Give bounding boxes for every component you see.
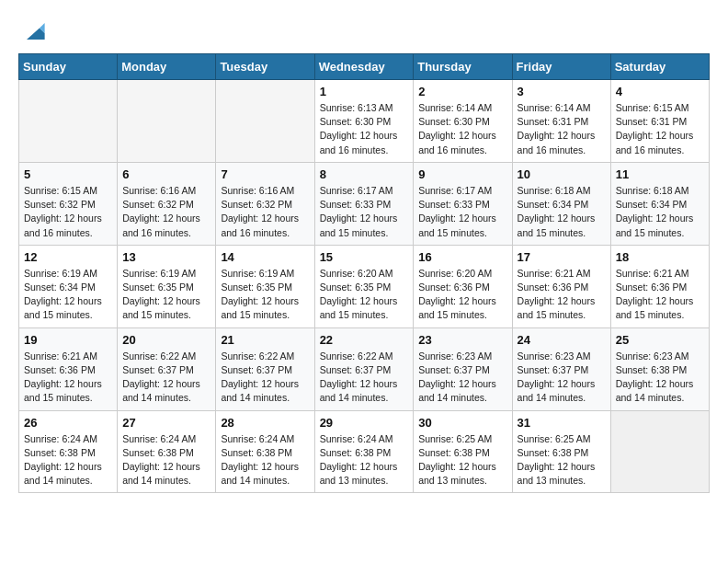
day-info: Sunrise: 6:16 AMSunset: 6:32 PMDaylight:… xyxy=(122,184,210,240)
day-info: Sunrise: 6:13 AMSunset: 6:30 PMDaylight:… xyxy=(320,101,409,157)
day-info: Sunrise: 6:14 AMSunset: 6:31 PMDaylight:… xyxy=(518,101,606,157)
calendar-day-header: Friday xyxy=(512,54,610,80)
day-info: Sunrise: 6:23 AMSunset: 6:38 PMDaylight:… xyxy=(616,350,704,406)
calendar-cell: 2Sunrise: 6:14 AMSunset: 6:30 PMDaylight… xyxy=(414,80,512,163)
day-number: 18 xyxy=(616,250,704,264)
day-number: 30 xyxy=(418,416,506,430)
day-number: 4 xyxy=(616,85,704,98)
day-info: Sunrise: 6:18 AMSunset: 6:34 PMDaylight:… xyxy=(616,184,704,240)
day-number: 28 xyxy=(221,416,309,430)
calendar-cell: 30Sunrise: 6:25 AMSunset: 6:38 PMDayligh… xyxy=(414,410,512,493)
day-info: Sunrise: 6:16 AMSunset: 6:32 PMDaylight:… xyxy=(221,184,309,240)
day-number: 13 xyxy=(122,250,210,264)
day-number: 31 xyxy=(518,416,606,430)
calendar-cell xyxy=(216,80,314,163)
day-info: Sunrise: 6:20 AMSunset: 6:35 PMDaylight:… xyxy=(320,267,409,323)
calendar-cell: 29Sunrise: 6:24 AMSunset: 6:38 PMDayligh… xyxy=(314,410,414,493)
day-number: 5 xyxy=(24,167,112,181)
calendar-cell: 1Sunrise: 6:13 AMSunset: 6:30 PMDaylight… xyxy=(314,80,414,163)
calendar-cell: 28Sunrise: 6:24 AMSunset: 6:38 PMDayligh… xyxy=(216,410,314,493)
day-number: 27 xyxy=(122,416,210,430)
calendar-cell: 14Sunrise: 6:19 AMSunset: 6:35 PMDayligh… xyxy=(216,245,314,327)
day-number: 25 xyxy=(616,333,704,347)
day-info: Sunrise: 6:18 AMSunset: 6:34 PMDaylight:… xyxy=(518,184,606,240)
day-info: Sunrise: 6:17 AMSunset: 6:33 PMDaylight:… xyxy=(418,184,506,240)
calendar-cell: 21Sunrise: 6:22 AMSunset: 6:37 PMDayligh… xyxy=(216,327,314,410)
day-number: 17 xyxy=(518,250,606,264)
day-number: 2 xyxy=(418,85,506,98)
day-number: 21 xyxy=(221,333,309,347)
calendar-cell: 24Sunrise: 6:23 AMSunset: 6:37 PMDayligh… xyxy=(512,327,610,410)
calendar-cell: 18Sunrise: 6:21 AMSunset: 6:36 PMDayligh… xyxy=(610,245,709,327)
calendar-week-row: 5Sunrise: 6:15 AMSunset: 6:32 PMDaylight… xyxy=(19,162,710,245)
day-info: Sunrise: 6:19 AMSunset: 6:35 PMDaylight:… xyxy=(221,267,309,323)
calendar-header-row: SundayMondayTuesdayWednesdayThursdayFrid… xyxy=(19,54,710,80)
calendar-cell: 31Sunrise: 6:25 AMSunset: 6:38 PMDayligh… xyxy=(512,410,610,493)
day-number: 1 xyxy=(320,85,409,98)
logo xyxy=(18,18,46,44)
day-info: Sunrise: 6:19 AMSunset: 6:34 PMDaylight:… xyxy=(24,267,112,323)
calendar-cell: 8Sunrise: 6:17 AMSunset: 6:33 PMDaylight… xyxy=(314,162,414,245)
day-info: Sunrise: 6:22 AMSunset: 6:37 PMDaylight:… xyxy=(320,350,409,406)
day-info: Sunrise: 6:14 AMSunset: 6:30 PMDaylight:… xyxy=(418,101,506,157)
calendar-cell: 17Sunrise: 6:21 AMSunset: 6:36 PMDayligh… xyxy=(512,245,610,327)
logo-icon xyxy=(20,18,46,44)
page-header xyxy=(18,18,710,44)
day-info: Sunrise: 6:24 AMSunset: 6:38 PMDaylight:… xyxy=(221,432,309,488)
day-number: 24 xyxy=(518,333,606,347)
day-number: 14 xyxy=(221,250,309,264)
day-number: 7 xyxy=(221,167,309,181)
calendar-cell: 25Sunrise: 6:23 AMSunset: 6:38 PMDayligh… xyxy=(610,327,709,410)
day-number: 20 xyxy=(122,333,210,347)
day-info: Sunrise: 6:15 AMSunset: 6:32 PMDaylight:… xyxy=(24,184,112,240)
calendar-day-header: Saturday xyxy=(610,54,709,80)
day-info: Sunrise: 6:24 AMSunset: 6:38 PMDaylight:… xyxy=(320,432,409,488)
calendar-cell: 7Sunrise: 6:16 AMSunset: 6:32 PMDaylight… xyxy=(216,162,314,245)
calendar-week-row: 19Sunrise: 6:21 AMSunset: 6:36 PMDayligh… xyxy=(19,327,710,410)
calendar-day-header: Monday xyxy=(118,54,216,80)
day-number: 3 xyxy=(518,85,606,98)
calendar-cell: 20Sunrise: 6:22 AMSunset: 6:37 PMDayligh… xyxy=(118,327,216,410)
day-number: 11 xyxy=(616,167,704,181)
day-info: Sunrise: 6:24 AMSunset: 6:38 PMDaylight:… xyxy=(24,432,112,488)
day-info: Sunrise: 6:22 AMSunset: 6:37 PMDaylight:… xyxy=(122,350,210,406)
calendar-cell: 4Sunrise: 6:15 AMSunset: 6:31 PMDaylight… xyxy=(610,80,709,163)
day-info: Sunrise: 6:17 AMSunset: 6:33 PMDaylight:… xyxy=(320,184,409,240)
day-number: 29 xyxy=(320,416,409,430)
calendar-cell xyxy=(118,80,216,163)
day-info: Sunrise: 6:20 AMSunset: 6:36 PMDaylight:… xyxy=(418,267,506,323)
day-info: Sunrise: 6:23 AMSunset: 6:37 PMDaylight:… xyxy=(418,350,506,406)
calendar-table: SundayMondayTuesdayWednesdayThursdayFrid… xyxy=(18,53,710,493)
day-info: Sunrise: 6:15 AMSunset: 6:31 PMDaylight:… xyxy=(616,101,704,157)
calendar-week-row: 1Sunrise: 6:13 AMSunset: 6:30 PMDaylight… xyxy=(19,80,710,163)
calendar-cell: 19Sunrise: 6:21 AMSunset: 6:36 PMDayligh… xyxy=(19,327,118,410)
calendar-cell: 15Sunrise: 6:20 AMSunset: 6:35 PMDayligh… xyxy=(314,245,414,327)
calendar-day-header: Thursday xyxy=(414,54,512,80)
calendar-cell: 27Sunrise: 6:24 AMSunset: 6:38 PMDayligh… xyxy=(118,410,216,493)
calendar-cell: 23Sunrise: 6:23 AMSunset: 6:37 PMDayligh… xyxy=(414,327,512,410)
day-number: 19 xyxy=(24,333,112,347)
day-number: 12 xyxy=(24,250,112,264)
calendar-cell: 12Sunrise: 6:19 AMSunset: 6:34 PMDayligh… xyxy=(19,245,118,327)
day-info: Sunrise: 6:25 AMSunset: 6:38 PMDaylight:… xyxy=(418,432,506,488)
calendar-cell: 16Sunrise: 6:20 AMSunset: 6:36 PMDayligh… xyxy=(414,245,512,327)
calendar-cell: 13Sunrise: 6:19 AMSunset: 6:35 PMDayligh… xyxy=(118,245,216,327)
calendar-cell: 3Sunrise: 6:14 AMSunset: 6:31 PMDaylight… xyxy=(512,80,610,163)
calendar-cell: 11Sunrise: 6:18 AMSunset: 6:34 PMDayligh… xyxy=(610,162,709,245)
day-number: 22 xyxy=(320,333,409,347)
calendar-cell: 6Sunrise: 6:16 AMSunset: 6:32 PMDaylight… xyxy=(118,162,216,245)
day-info: Sunrise: 6:24 AMSunset: 6:38 PMDaylight:… xyxy=(122,432,210,488)
calendar-day-header: Wednesday xyxy=(314,54,414,80)
calendar-cell: 26Sunrise: 6:24 AMSunset: 6:38 PMDayligh… xyxy=(19,410,118,493)
calendar-cell: 10Sunrise: 6:18 AMSunset: 6:34 PMDayligh… xyxy=(512,162,610,245)
day-info: Sunrise: 6:22 AMSunset: 6:37 PMDaylight:… xyxy=(221,350,309,406)
day-number: 9 xyxy=(418,167,506,181)
calendar-day-header: Tuesday xyxy=(216,54,314,80)
calendar-cell: 5Sunrise: 6:15 AMSunset: 6:32 PMDaylight… xyxy=(19,162,118,245)
day-info: Sunrise: 6:19 AMSunset: 6:35 PMDaylight:… xyxy=(122,267,210,323)
day-number: 10 xyxy=(518,167,606,181)
day-info: Sunrise: 6:21 AMSunset: 6:36 PMDaylight:… xyxy=(616,267,704,323)
calendar-week-row: 26Sunrise: 6:24 AMSunset: 6:38 PMDayligh… xyxy=(19,410,710,493)
day-number: 6 xyxy=(122,167,210,181)
day-number: 16 xyxy=(418,250,506,264)
